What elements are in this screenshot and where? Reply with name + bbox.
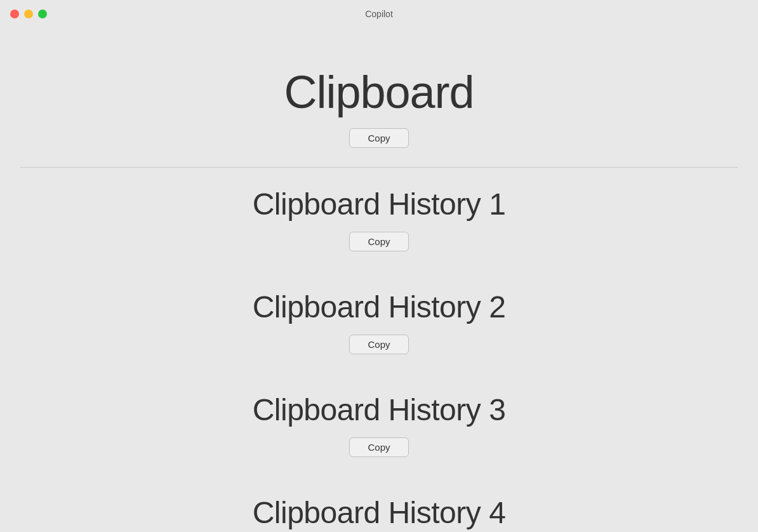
clipboard-main-title: Clipboard	[284, 66, 474, 118]
maximize-button[interactable]	[38, 10, 47, 18]
close-button[interactable]	[10, 10, 19, 18]
window-title: Copilot	[365, 9, 393, 19]
history-copy-button-2[interactable]: Copy	[349, 335, 408, 354]
history-section-3: Clipboard History 3 Copy	[0, 373, 758, 476]
history-copy-button-1[interactable]: Copy	[349, 232, 408, 251]
main-content: Clipboard Copy Clipboard History 1 Copy …	[0, 28, 758, 532]
history-copy-button-3[interactable]: Copy	[349, 437, 408, 457]
minimize-button[interactable]	[24, 10, 33, 18]
history-section-2: Clipboard History 2 Copy	[0, 270, 758, 373]
history-title-1: Clipboard History 1	[253, 187, 506, 222]
history-section-1: Clipboard History 1 Copy	[0, 168, 758, 270]
window-controls	[10, 10, 47, 18]
clipboard-main-section: Clipboard Copy	[0, 53, 758, 167]
history-title-4: Clipboard History 4	[253, 495, 506, 530]
title-bar: Copilot	[0, 0, 758, 28]
clipboard-copy-button[interactable]: Copy	[349, 128, 408, 148]
history-title-3: Clipboard History 3	[253, 392, 506, 427]
history-title-2: Clipboard History 2	[253, 289, 506, 324]
history-section-4: Clipboard History 4 Copy	[0, 476, 758, 532]
